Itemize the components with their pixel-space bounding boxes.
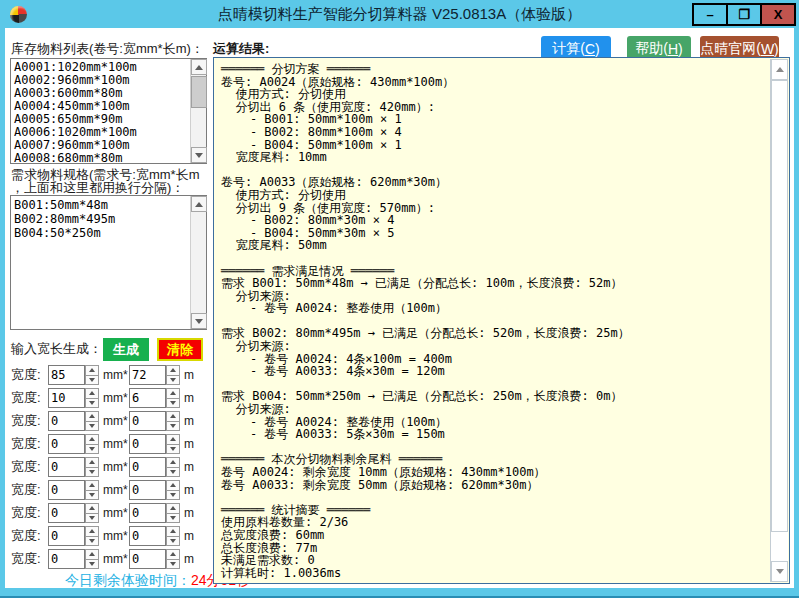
width-input[interactable] bbox=[48, 526, 85, 546]
demand-textarea[interactable]: B001:50mm*48m B002:80mm*495m B004:50*250… bbox=[12, 197, 189, 328]
size-row: 宽度: mm* m bbox=[11, 479, 207, 501]
calculate-hotkey: C bbox=[585, 41, 595, 57]
length-input[interactable] bbox=[129, 434, 166, 454]
length-input[interactable] bbox=[129, 503, 166, 523]
width-length-rows: 宽度: mm* m 宽度: mm* m 宽度: bbox=[11, 364, 207, 571]
scrollbar-thumb[interactable] bbox=[771, 80, 788, 532]
width-row-label: 宽度: bbox=[11, 412, 48, 430]
list-item[interactable]: A0008:680mm*80m bbox=[12, 152, 189, 162]
spin-down-icon[interactable] bbox=[166, 421, 180, 432]
scroll-down-icon[interactable] bbox=[771, 561, 788, 582]
length-input[interactable] bbox=[129, 365, 166, 385]
inventory-listbox[interactable]: A0001:1020mm*100m A0002:960mm*100m A0003… bbox=[10, 58, 207, 164]
spin-down-icon[interactable] bbox=[85, 398, 99, 409]
site-hotkey: W bbox=[761, 41, 774, 57]
spin-down-icon[interactable] bbox=[85, 444, 99, 455]
length-input[interactable] bbox=[129, 388, 166, 408]
width-stepper bbox=[85, 549, 99, 569]
spin-down-icon[interactable] bbox=[166, 559, 180, 570]
width-stepper bbox=[85, 526, 99, 546]
help-label-pre: 帮助( bbox=[635, 40, 668, 58]
spin-down-icon[interactable] bbox=[166, 375, 180, 386]
demand-spec-label: 需求物料规格(需求号:宽mm*长m ，上面和这里都用换行分隔)： bbox=[11, 168, 200, 194]
size-row: 宽度: mm* m bbox=[11, 548, 207, 570]
mm-unit-label: mm* bbox=[103, 460, 127, 474]
width-input[interactable] bbox=[48, 434, 85, 454]
length-stepper bbox=[166, 388, 180, 408]
inventory-list-label: 库存物料列表(卷号:宽mm*长m)： bbox=[11, 42, 204, 55]
length-stepper bbox=[166, 480, 180, 500]
results-scrollbar[interactable] bbox=[770, 59, 788, 582]
width-stepper bbox=[85, 411, 99, 431]
size-row: 宽度: mm* m bbox=[11, 387, 207, 409]
demand-scrollbar[interactable] bbox=[190, 196, 206, 329]
scroll-down-icon[interactable] bbox=[191, 313, 207, 329]
size-row: 宽度: mm* m bbox=[11, 502, 207, 524]
minimize-button[interactable]: – bbox=[692, 3, 728, 26]
spin-down-icon[interactable] bbox=[85, 421, 99, 432]
length-stepper bbox=[166, 434, 180, 454]
scroll-up-icon[interactable] bbox=[191, 196, 207, 212]
width-input[interactable] bbox=[48, 503, 85, 523]
scroll-down-icon[interactable] bbox=[191, 147, 207, 163]
mm-unit-label: mm* bbox=[103, 483, 127, 497]
length-input[interactable] bbox=[129, 457, 166, 477]
width-input[interactable] bbox=[48, 457, 85, 477]
content-area: 计算(C) 帮助(H) 点晴官网(W) 库存物料列表(卷号:宽mm*长m)： A… bbox=[5, 28, 794, 588]
spin-down-icon[interactable] bbox=[85, 559, 99, 570]
width-input[interactable] bbox=[48, 388, 85, 408]
m-unit-label: m bbox=[184, 437, 194, 451]
spin-down-icon[interactable] bbox=[85, 513, 99, 524]
length-input[interactable] bbox=[129, 549, 166, 569]
m-unit-label: m bbox=[184, 460, 194, 474]
scrollbar-thumb[interactable] bbox=[191, 76, 207, 108]
close-button[interactable]: X bbox=[760, 3, 796, 26]
width-row-label: 宽度: bbox=[11, 435, 48, 453]
width-input[interactable] bbox=[48, 411, 85, 431]
width-input[interactable] bbox=[48, 549, 85, 569]
spin-down-icon[interactable] bbox=[166, 444, 180, 455]
length-input[interactable] bbox=[129, 480, 166, 500]
generate-button[interactable]: 生成 bbox=[103, 338, 149, 361]
spin-down-icon[interactable] bbox=[85, 536, 99, 547]
width-row-label: 宽度: bbox=[11, 527, 48, 545]
length-input[interactable] bbox=[129, 526, 166, 546]
m-unit-label: m bbox=[184, 483, 194, 497]
width-stepper bbox=[85, 457, 99, 477]
size-row: 宽度: mm* m bbox=[11, 364, 207, 386]
spin-down-icon[interactable] bbox=[166, 398, 180, 409]
results-text[interactable]: ══════ 分切方案 ══════ 卷号: A0024（原始规格: 430mm… bbox=[215, 59, 770, 582]
calculate-label-pre: 计算( bbox=[552, 40, 585, 58]
maximize-button[interactable]: ❐ bbox=[726, 3, 762, 26]
help-label-post: ) bbox=[678, 41, 683, 57]
inventory-items: A0001:1020mm*100m A0002:960mm*100m A0003… bbox=[12, 60, 189, 162]
inventory-scrollbar[interactable] bbox=[190, 59, 206, 163]
width-input[interactable] bbox=[48, 365, 85, 385]
clear-button[interactable]: 清除 bbox=[157, 338, 203, 361]
site-label-post: ) bbox=[774, 41, 779, 57]
width-row-label: 宽度: bbox=[11, 550, 48, 568]
trial-time-label: 今日剩余体验时间： bbox=[65, 572, 191, 588]
width-input[interactable] bbox=[48, 480, 85, 500]
m-unit-label: m bbox=[184, 529, 194, 543]
length-stepper bbox=[166, 526, 180, 546]
spin-down-icon[interactable] bbox=[166, 513, 180, 524]
spin-down-icon[interactable] bbox=[85, 490, 99, 501]
width-stepper bbox=[85, 365, 99, 385]
scroll-up-icon[interactable] bbox=[191, 59, 207, 75]
spin-down-icon[interactable] bbox=[166, 467, 180, 478]
spin-down-icon[interactable] bbox=[85, 467, 99, 478]
spin-down-icon[interactable] bbox=[85, 375, 99, 386]
mm-unit-label: mm* bbox=[103, 437, 127, 451]
length-input[interactable] bbox=[129, 411, 166, 431]
m-unit-label: m bbox=[184, 552, 194, 566]
width-row-label: 宽度: bbox=[11, 389, 48, 407]
scroll-up-icon[interactable] bbox=[771, 59, 788, 80]
spin-down-icon[interactable] bbox=[166, 490, 180, 501]
length-stepper bbox=[166, 457, 180, 477]
length-stepper bbox=[166, 503, 180, 523]
spin-down-icon[interactable] bbox=[166, 536, 180, 547]
size-row: 宽度: mm* m bbox=[11, 433, 207, 455]
help-hotkey: H bbox=[668, 41, 678, 57]
results-label: 运算结果: bbox=[213, 42, 269, 55]
